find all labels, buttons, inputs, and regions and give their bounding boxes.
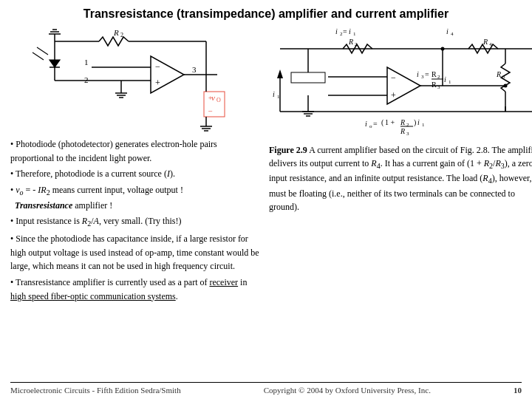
footer: Microelectronic Circuits - Fifth Edition… [10, 382, 522, 395]
footer-left-text: Microelectronic Circuits - Fifth Edition… [10, 386, 181, 395]
bullet-6: • Transresistance amplifier is currently… [10, 276, 262, 303]
svg-text:3: 3 [406, 131, 409, 137]
svg-text:1: 1 [353, 31, 356, 37]
svg-text:i: i [273, 90, 275, 98]
right-circuit-svg: i 2 = i 1 i 4 R 2 R 4 [269, 27, 532, 141]
svg-point-84 [441, 47, 445, 51]
svg-text:=: = [343, 27, 347, 35]
svg-point-86 [504, 84, 508, 88]
svg-text:−: − [208, 106, 213, 115]
bullet-points: • Photodiode (photodetector) generates e… [10, 137, 262, 305]
svg-text:2: 2 [84, 75, 89, 84]
svg-text:(: ( [381, 118, 384, 127]
svg-text:i: i [365, 120, 367, 128]
svg-text:3: 3 [192, 65, 197, 74]
figure-label: Figure 2.9 [269, 145, 307, 155]
svg-text:3: 3 [437, 84, 440, 90]
svg-text:=: = [425, 70, 429, 78]
svg-text:i: i [446, 27, 449, 35]
figure-text: A current amplifier based on the circuit… [269, 145, 532, 212]
svg-text:−: − [391, 72, 396, 83]
svg-marker-92 [277, 69, 283, 78]
svg-text:R: R [113, 28, 119, 37]
svg-text:i: i [349, 27, 351, 35]
svg-marker-19 [50, 60, 60, 67]
bullet-2: • Therefore, photodiode is a current sou… [10, 167, 262, 181]
figure-caption: Figure 2.9 A current amplifier based on … [269, 143, 532, 214]
page-title: Transresistance (transimpedance) amplifi… [10, 7, 522, 21]
svg-text:i: i [444, 75, 446, 83]
svg-text:1 +: 1 + [385, 118, 395, 126]
svg-text:i: i [417, 70, 419, 78]
svg-text:+: + [155, 78, 160, 88]
svg-text:4: 4 [451, 31, 454, 37]
svg-text:R: R [432, 81, 437, 89]
footer-copyright: Copyright © 2004 by Oxford University Pr… [264, 386, 431, 395]
svg-rect-75 [291, 72, 325, 83]
right-circuit-diagram: i 2 = i 1 i 4 R 2 R 4 [269, 27, 532, 137]
svg-text:R: R [432, 70, 437, 78]
svg-text:=: = [373, 120, 378, 128]
left-column: R 2 + − [10, 27, 262, 378]
svg-text:3: 3 [421, 74, 424, 80]
bullet-3: • vo = - IR2 means current input, voltag… [10, 183, 262, 212]
bullet-4: • Input resistance is R2/A, very small. … [10, 214, 262, 230]
bullet-5: • Since the photodiode has capacitance i… [10, 232, 262, 273]
svg-text:+: + [391, 90, 396, 100]
content-area: R 2 + − [10, 27, 522, 378]
svg-text:R: R [496, 70, 501, 78]
left-circuit-svg: R 2 + − [10, 27, 262, 137]
footer-page-number: 10 [514, 386, 522, 395]
bullet-1: • Photodiode (photodetector) generates e… [10, 137, 262, 165]
left-circuit-diagram: R 2 + − [10, 27, 262, 137]
svg-text:1: 1 [84, 58, 89, 66]
svg-text:i: i [335, 27, 338, 35]
svg-text:R: R [400, 127, 405, 135]
page-container: Transresistance (transimpedance) amplifi… [0, 0, 532, 399]
svg-text:o: o [369, 123, 372, 129]
right-column: i 2 = i 1 i 4 R 2 R 4 [269, 27, 532, 378]
svg-text:R: R [348, 38, 353, 46]
svg-text:): ) [414, 118, 416, 127]
svg-text:i: i [417, 118, 420, 126]
svg-text:2: 2 [406, 122, 409, 128]
svg-text:1: 1 [422, 122, 425, 128]
svg-text:O: O [216, 97, 221, 103]
svg-line-23 [33, 52, 44, 60]
svg-text:1: 1 [449, 79, 451, 85]
svg-text:v: v [211, 93, 215, 102]
svg-text:R: R [400, 118, 405, 126]
svg-text:−: − [155, 61, 160, 72]
svg-line-24 [37, 47, 48, 55]
